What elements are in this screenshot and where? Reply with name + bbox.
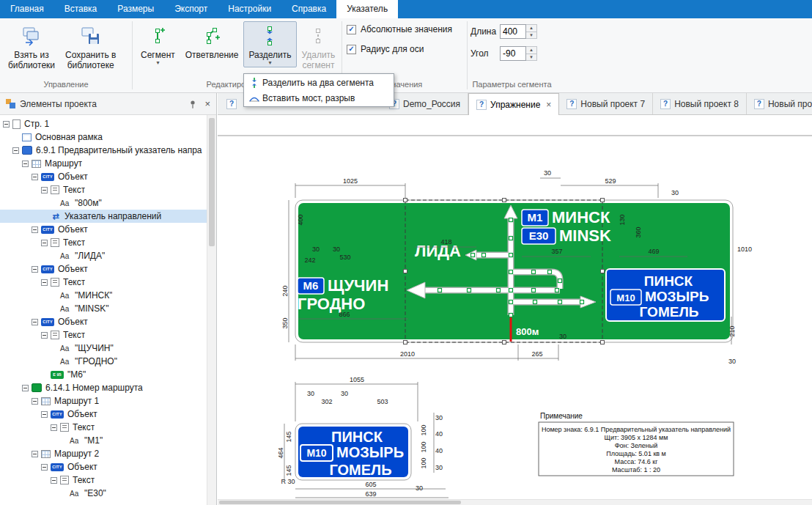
take-from-library-button[interactable]: Взять из библиотеки (3, 21, 60, 72)
tree-collapse-icon[interactable] (41, 279, 48, 286)
segment-handle[interactable] (601, 341, 605, 344)
segment-handle[interactable] (404, 199, 407, 202)
canvas-hscrollbar-thumb[interactable] (219, 501, 461, 504)
menu-tab-nastroyki[interactable]: Настройки (218, 0, 281, 18)
angle-input[interactable] (500, 46, 526, 61)
spin-down-icon[interactable]: ▼ (526, 54, 536, 61)
tree-item[interactable]: 6.14.1 Номер маршрута (0, 381, 207, 394)
length-input[interactable] (500, 24, 526, 39)
node-handle[interactable] (556, 289, 559, 292)
tree-item[interactable]: Аа"МИНСК" (0, 289, 207, 302)
tree-item[interactable]: Текст (0, 236, 207, 249)
menu-tab-razmery[interactable]: Размеры (107, 0, 164, 18)
document-tab-new-8[interactable]: ? Новый проект 8 (653, 93, 747, 114)
axis-radius-checkbox-row[interactable]: ✓ Радиус для оси (347, 44, 424, 54)
tree-scrollbar[interactable] (207, 115, 216, 505)
sign-text-lida[interactable]: ЛИДА (415, 242, 461, 260)
split-button[interactable]: Разделить ▾ (243, 21, 296, 67)
tree-collapse-icon[interactable] (51, 477, 57, 484)
segment-handle[interactable] (404, 270, 407, 273)
node-handle[interactable] (532, 289, 536, 292)
tree-collapse-icon[interactable] (41, 464, 48, 471)
node-handle[interactable] (509, 301, 513, 304)
segment-handle[interactable] (503, 199, 506, 202)
tree-item[interactable]: Текст (0, 473, 207, 487)
save-to-library-button[interactable]: Сохранить в библиотеке (60, 21, 121, 72)
checkbox-checked-icon[interactable]: ✓ (347, 45, 356, 54)
tree-item[interactable]: CITYОбъект (0, 223, 207, 236)
segment-button[interactable]: Сегмент ▾ (136, 21, 180, 67)
tree-collapse-icon[interactable] (32, 398, 38, 405)
tree-item[interactable]: Текст (0, 183, 207, 196)
tree-item[interactable]: Аа"ГРОДНО" (0, 355, 207, 368)
tree-collapse-icon[interactable] (41, 411, 48, 418)
segment-handle[interactable] (601, 270, 605, 273)
tree-item[interactable]: Аа"MINSK" (0, 302, 207, 315)
tree-collapse-icon[interactable] (51, 424, 57, 431)
node-handle[interactable] (438, 289, 442, 292)
document-tab-demo[interactable]: ? Demo_Россия (382, 93, 468, 114)
tree-item[interactable]: CITYОбъект (0, 315, 207, 328)
tree-collapse-icon[interactable] (41, 187, 48, 193)
tree-collapse-icon[interactable] (3, 121, 10, 128)
tree-collapse-icon[interactable] (32, 319, 38, 325)
tree-item[interactable]: Основная рамка (0, 130, 207, 144)
tree-item[interactable]: Аа"ЛИДА" (0, 249, 207, 262)
segment-handle[interactable] (601, 199, 605, 202)
tree-item[interactable]: Аа"М1" (0, 434, 207, 447)
canvas-hscrollbar[interactable] (218, 499, 812, 505)
checkbox-checked-icon[interactable]: ✓ (347, 25, 356, 34)
absolute-values-checkbox-row[interactable]: ✓ Абсолютные значения (347, 24, 452, 34)
menu-item-insert-bridge-gap[interactable]: Вставить мост, разрыв (244, 90, 394, 106)
sign-text-minsk[interactable]: МИНСК (552, 208, 610, 226)
node-handle[interactable] (468, 289, 471, 292)
close-panel-icon[interactable]: × (204, 100, 210, 108)
sign-text-schuchin[interactable]: ЩУЧИН (328, 276, 388, 295)
tree-item[interactable]: 6.9.1 Предварительный указатель напра (0, 144, 207, 157)
menu-tab-spravka[interactable]: Справка (281, 0, 336, 18)
tree-collapse-icon[interactable] (32, 226, 38, 233)
spin-down-icon[interactable]: ▼ (526, 32, 536, 39)
tree-collapse-icon[interactable] (32, 174, 38, 180)
document-tab-new-7[interactable]: ? Новый проект 7 (559, 93, 653, 114)
tree-item[interactable]: Аа"800м" (0, 196, 207, 210)
tree-collapse-icon[interactable] (32, 266, 38, 273)
node-handle[interactable] (482, 254, 486, 257)
node-handle[interactable] (497, 289, 501, 292)
node-handle[interactable] (509, 270, 513, 274)
tree-item[interactable]: CITYОбъект (0, 262, 207, 276)
sign-text-minsk-en[interactable]: MINSK (559, 226, 611, 245)
length-spinner[interactable]: ▲ ▼ (526, 24, 537, 39)
node-handle[interactable] (580, 301, 584, 304)
node-handle[interactable] (509, 237, 513, 240)
node-handle[interactable] (558, 301, 562, 304)
drawing-canvas[interactable]: ЛИДА М1 МИНСК Е30 MINSK М6 ЩУЧИН ГРОДНО … (218, 115, 812, 505)
node-handle[interactable] (534, 301, 537, 304)
tree-item[interactable]: Текст (0, 328, 207, 342)
branch-button[interactable]: Ответвление (180, 21, 244, 62)
node-handle[interactable] (471, 254, 475, 257)
menu-item-split-two-segments[interactable]: Разделить на два сегмента (244, 75, 394, 90)
tree-item[interactable]: E 95"М6" (0, 368, 207, 381)
tree-collapse-icon[interactable] (22, 385, 29, 391)
tree-item[interactable]: CITYОбъект (0, 408, 207, 421)
tree-collapse-icon[interactable] (41, 240, 48, 246)
pin-icon[interactable] (188, 100, 197, 108)
spin-up-icon[interactable]: ▲ (526, 25, 536, 32)
tree-item[interactable]: Аа"ЩУЧИН" (0, 342, 207, 355)
tree-item[interactable]: CITYОбъект (0, 170, 207, 183)
tree-item[interactable]: Текст (0, 276, 207, 289)
document-tab-stub[interactable]: ? (218, 93, 246, 114)
tree-item[interactable]: Стр. 1 (0, 117, 207, 130)
node-handle[interactable] (509, 314, 513, 317)
segment-handle[interactable] (503, 341, 506, 344)
document-tab-new-9[interactable]: ? Новый проект 9 (747, 93, 812, 114)
tree-item[interactable]: Текст (0, 421, 207, 434)
lower-sign[interactable]: ПИНСК М10 МОЗЫРЬ ГОМЕЛЬ (295, 424, 411, 480)
tree-item[interactable]: Маршрут (0, 157, 207, 170)
node-handle[interactable] (548, 270, 552, 274)
node-handle[interactable] (532, 270, 536, 274)
tree-item[interactable]: Маршрут 2 (0, 447, 207, 460)
tree-scrollbar-thumb[interactable] (209, 118, 215, 246)
angle-spinner[interactable]: ▲ ▼ (526, 46, 537, 61)
